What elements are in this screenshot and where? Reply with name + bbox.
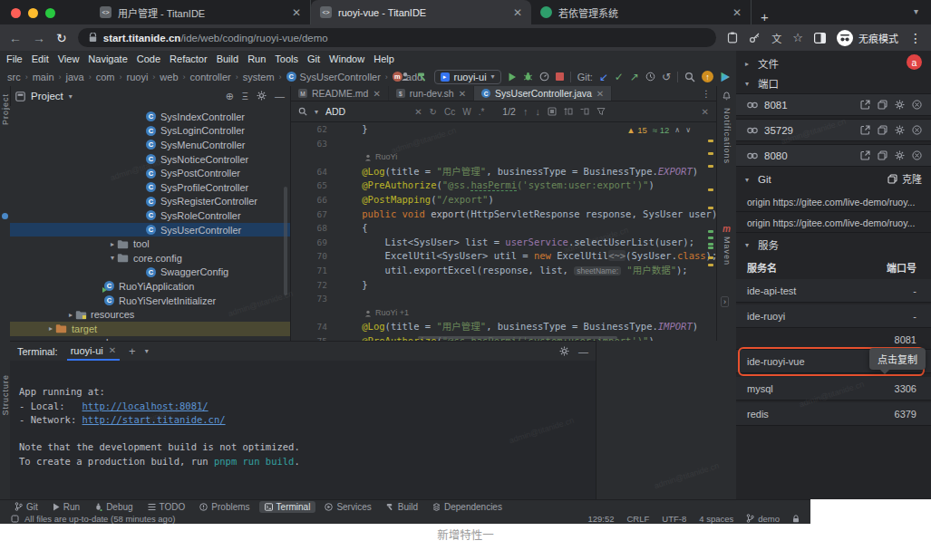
git-remote-row[interactable]: origin https://gitee.com/live-demo/ruoy.… — [736, 192, 931, 212]
user-dropdown-icon[interactable] — [401, 72, 411, 82]
tree-item-sysrolecontroller[interactable]: CSysRoleController — [10, 208, 290, 223]
git-commit-icon[interactable]: ✓ — [615, 71, 624, 83]
editor-tab-readme-md[interactable]: MREADME.md✕ — [291, 86, 389, 101]
profiler-button[interactable] — [539, 72, 549, 82]
breadcrumb-item[interactable]: src — [7, 72, 21, 82]
breadcrumb-item[interactable]: com — [96, 72, 115, 82]
search-again-icon[interactable]: ↻ — [430, 107, 437, 117]
menu-item-window[interactable]: Window — [325, 53, 369, 64]
code-viewport[interactable]: ▲ 15 ≈ 12 ∧ ∨ 62 }63RuoYi64 @Log(title =… — [291, 122, 716, 341]
breadcrumb-item[interactable]: web — [160, 72, 178, 82]
menu-item-navigate[interactable]: Navigate — [83, 53, 131, 64]
toolwindow-build[interactable]: Build — [381, 501, 423, 513]
menu-item-git[interactable]: Git — [303, 53, 325, 64]
ports-section-header[interactable]: ▾ 端口 — [736, 74, 931, 92]
side-panel-icon[interactable] — [814, 33, 826, 43]
editor-tab-options-icon[interactable]: ⋮ — [702, 86, 717, 101]
terminal-dropdown-chevron-icon[interactable]: ▾ — [145, 347, 149, 355]
tree-item-sysnoticecontroller[interactable]: CSysNoticeController — [10, 152, 290, 167]
tree-scrollbar[interactable] — [284, 187, 287, 295]
port-row-35729[interactable]: 35729 — [736, 119, 931, 141]
git-rollback-icon[interactable]: ↺ — [662, 71, 671, 83]
previous-occurrence-icon[interactable]: ↑ — [523, 106, 529, 117]
key-icon[interactable] — [749, 32, 761, 43]
clone-button[interactable]: 克隆 — [887, 171, 922, 186]
tree-item-sysregistercontroller[interactable]: CSysRegisterController — [10, 195, 290, 209]
menu-item-run[interactable]: Run — [243, 53, 270, 64]
menu-item-refactor[interactable]: Refactor — [165, 53, 212, 64]
chevron-down-icon[interactable]: ▾ — [69, 92, 73, 101]
port-row-8081[interactable]: 8081 — [736, 93, 931, 116]
close-tab-icon[interactable]: ✕ — [732, 6, 742, 19]
previous-problem-icon[interactable]: ∧ — [674, 126, 680, 134]
avatar[interactable]: a — [907, 54, 922, 70]
browser-tab[interactable]: <>用户管理 - TitanIDE✕ — [91, 0, 311, 24]
tree-item-resources[interactable]: ▸resources — [10, 307, 290, 322]
terminal-output[interactable]: App running at:- Local: http://localhost… — [10, 361, 596, 499]
toolwindow-dependencies[interactable]: Dependencies — [427, 501, 508, 513]
service-row-ide-ruoyi[interactable]: ide-ruoyi- — [736, 304, 931, 328]
breadcrumb-item[interactable]: main — [33, 72, 54, 82]
tree-item-syspostcontroller[interactable]: CSysPostController — [10, 166, 290, 180]
stop-button[interactable] — [556, 72, 564, 81]
close-port-icon[interactable] — [912, 150, 922, 160]
breadcrumb-item[interactable]: java — [66, 72, 84, 82]
structure-stripe-label[interactable]: Structure — [1, 374, 10, 416]
toolwindow-services[interactable]: Services — [319, 501, 376, 513]
add-occurrence-icon[interactable] — [564, 107, 573, 116]
close-editor-tab-icon[interactable]: ✕ — [596, 89, 604, 99]
git-history-icon[interactable] — [645, 72, 655, 82]
chevron-right-icon[interactable]: ▸ — [108, 240, 117, 248]
tree-item-syslogincontroller[interactable]: CSysLoginController — [10, 124, 290, 139]
port-row-8080[interactable]: 8080 — [736, 144, 931, 167]
browser-menu-dots-icon[interactable]: ⋮ — [909, 31, 922, 45]
maven-stripe-label[interactable]: Maven — [722, 237, 732, 266]
code-author-hint[interactable]: RuoYi — [291, 150, 716, 165]
editor-tab-run-dev-sh[interactable]: $run-dev.sh✕ — [389, 86, 474, 101]
toolwindow-terminal[interactable]: Terminal — [259, 501, 316, 513]
close-editor-tab-icon[interactable]: ✕ — [459, 89, 466, 99]
minimize-terminal-icon[interactable]: — — [578, 346, 588, 357]
menu-item-view[interactable]: View — [53, 53, 84, 64]
new-terminal-icon[interactable]: + — [129, 344, 136, 358]
breadcrumb-item[interactable]: ruoyi — [126, 72, 148, 82]
clear-search-icon[interactable]: ✕ — [414, 107, 422, 117]
open-port-icon[interactable] — [860, 125, 870, 135]
clipboard-icon[interactable] — [727, 32, 738, 43]
close-tab-icon[interactable]: ✕ — [292, 6, 301, 19]
run-config-selector[interactable]: ▸ ruoyi-ui ▾ — [434, 70, 501, 84]
terminal-link[interactable]: http://localhost:8081/ — [82, 401, 209, 411]
tree-item-target[interactable]: ▸target — [10, 322, 290, 336]
tree-item-sysprofilecontroller[interactable]: CSysProfileController — [10, 180, 290, 195]
git-push-icon[interactable]: ↗ — [630, 71, 639, 83]
minimize-window-button[interactable] — [28, 8, 38, 18]
breadcrumb-path[interactable]: src›main›java›com›ruoyi›web›controller›s… — [7, 72, 422, 82]
menu-item-build[interactable]: Build — [212, 53, 243, 64]
service-row-redis[interactable]: redis6379 — [736, 402, 931, 426]
build-hammer-icon[interactable] — [417, 72, 428, 82]
close-port-icon[interactable] — [912, 100, 922, 110]
editor-tab-sysusercontroller-java[interactable]: CSysUserController.java✕ — [474, 86, 612, 101]
close-find-bar-icon[interactable]: ✕ — [702, 107, 709, 117]
copy-port-icon[interactable] — [878, 150, 887, 160]
line-ending[interactable]: CRLF — [626, 514, 649, 524]
tree-item-sysmenucontroller[interactable]: CSysMenuController — [10, 138, 290, 152]
project-panel-title[interactable]: Project — [31, 91, 63, 101]
search-everywhere-icon[interactable] — [684, 72, 695, 82]
select-all-occurrences-icon[interactable] — [548, 107, 557, 116]
menu-item-tools[interactable]: Tools — [270, 53, 303, 64]
hide-panel-icon[interactable]: — — [275, 91, 285, 102]
readonly-lock-icon[interactable] — [792, 515, 800, 523]
tab-search-chevron-icon[interactable]: ▾ — [914, 6, 918, 16]
tree-item-tool[interactable]: ▸tool — [10, 237, 290, 251]
ide-update-icon[interactable]: ↑ — [702, 71, 713, 82]
copy-port-icon[interactable] — [878, 125, 887, 135]
panel-settings-gear-icon[interactable] — [257, 91, 267, 102]
close-editor-tab-icon[interactable]: ✕ — [373, 89, 380, 99]
git-update-icon[interactable]: ↙ — [599, 71, 608, 83]
services-section-header[interactable]: ▾ 服务 — [736, 236, 931, 254]
search-filter-funnel-icon[interactable] — [596, 107, 606, 116]
project-stripe-label[interactable]: Project — [1, 93, 10, 125]
exclude-occurrence-icon[interactable] — [580, 107, 589, 116]
terminal-tab[interactable]: ruoyi-ui ✕ — [67, 342, 120, 361]
